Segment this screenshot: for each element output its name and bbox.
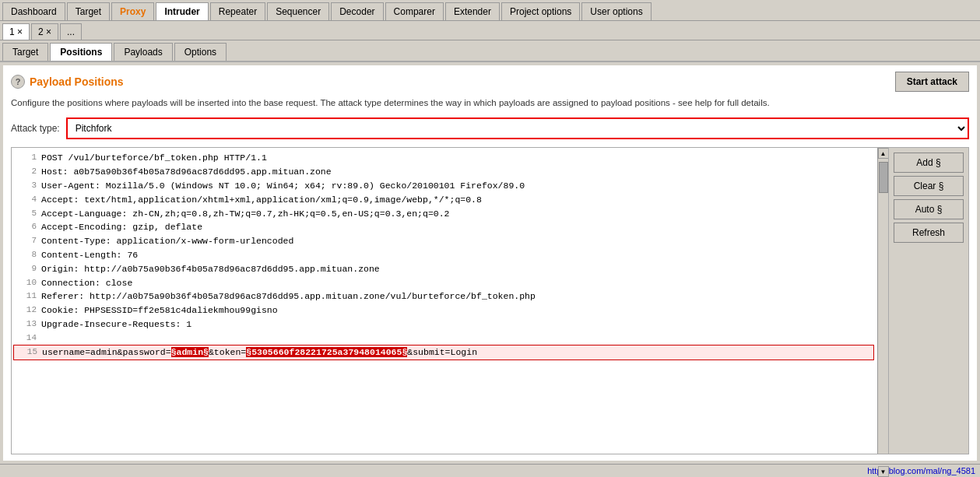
code-line-4: 4Accept: text/html,application/xhtml+xml… [12, 193, 877, 207]
tab-target[interactable]: Target [67, 2, 110, 20]
top-nav: Dashboard Target Proxy Intruder Repeater… [0, 0, 980, 21]
line-number: 13 [15, 317, 37, 331]
code-line-7: 7Content-Type: application/x-www-form-ur… [12, 234, 877, 248]
line-number: 15 [16, 345, 37, 359]
page-title: Payload Positions [30, 75, 124, 88]
auto-section-button[interactable]: Auto § [894, 199, 964, 219]
line-content: Host: a0b75a90b36f4b05a78d96ac87d6dd95.a… [41, 165, 874, 179]
tab-proxy[interactable]: Proxy [111, 2, 154, 20]
clear-section-button[interactable]: Clear § [894, 176, 964, 196]
tab-extender[interactable]: Extender [445, 2, 500, 20]
tab-payloads[interactable]: Payloads [114, 43, 172, 61]
line-number: 5 [15, 207, 37, 220]
line-number: 1 [15, 151, 37, 164]
tab-project-options[interactable]: Project options [501, 2, 580, 20]
sub-tab-more[interactable]: ... [60, 23, 82, 40]
code-line-15: 15username=admin&password=§admin§&token=… [13, 345, 874, 360]
line-content: Content-Length: 76 [41, 248, 874, 262]
description-text: Configure the positions where payloads w… [11, 96, 969, 110]
sub-tab-1[interactable]: 1 × [2, 23, 30, 40]
code-scroll-area: 1POST /vul/burteforce/bf_token.php HTTP/… [12, 148, 877, 454]
sub-tab-row: 1 × 2 × ... [0, 21, 980, 40]
scrollbar-thumb[interactable] [879, 162, 888, 193]
attack-type-row: Attack type: Sniper Battering ram Pitchf… [11, 117, 969, 139]
payload-positions-header: ? Payload Positions Start attack [11, 72, 969, 92]
tab-repeater[interactable]: Repeater [210, 2, 265, 20]
tab-user-options[interactable]: User options [581, 2, 651, 20]
scroll-up-arrow[interactable]: ▲ [878, 148, 889, 159]
tab-comparer[interactable]: Comparer [385, 2, 444, 20]
line-number: 7 [15, 234, 37, 247]
code-line-2: 2Host: a0b75a90b36f4b05a78d96ac87d6dd95.… [12, 165, 877, 179]
line-content: Connection: close [41, 276, 874, 290]
attack-type-select[interactable]: Sniper Battering ram Pitchfork Cluster b… [68, 121, 968, 136]
code-line-3: 3User-Agent: Mozilla/5.0 (Windows NT 10.… [12, 179, 877, 193]
line-content: Origin: http://a0b75a90b36f4b05a78d96ac8… [41, 262, 874, 276]
tab-target-section[interactable]: Target [2, 43, 48, 61]
help-icon[interactable]: ? [11, 75, 25, 89]
code-line-13: 13Upgrade-Insecure-Requests: 1 [12, 317, 877, 331]
line-number: 8 [15, 248, 37, 261]
content-area: ? Payload Positions Start attack Configu… [0, 62, 980, 464]
section-tabs: Target Positions Payloads Options [0, 40, 980, 62]
tab-sequencer[interactable]: Sequencer [267, 2, 329, 20]
tab-options[interactable]: Options [174, 43, 227, 61]
line-number: 2 [15, 165, 37, 178]
code-line-9: 9Origin: http://a0b75a90b36f4b05a78d96ac… [12, 262, 877, 276]
line-number: 4 [15, 193, 37, 206]
line-content: POST /vul/burteforce/bf_token.php HTTP/1… [41, 151, 874, 165]
code-line-1: 1POST /vul/burteforce/bf_token.php HTTP/… [12, 151, 877, 165]
line-content: Content-Type: application/x-www-form-url… [41, 234, 874, 248]
code-line-5: 5Accept-Language: zh-CN,zh;q=0.8,zh-TW;q… [12, 207, 877, 221]
code-line-8: 8Content-Length: 76 [12, 248, 877, 262]
line-content: Cookie: PHPSESSID=ff2e581c4daliekmhou99g… [41, 303, 874, 317]
code-line-14: 14 [12, 331, 877, 345]
status-bar: http://blog.com/mal/ng_4581 [0, 464, 980, 477]
line-content: Upgrade-Insecure-Requests: 1 [41, 317, 874, 331]
line-number: 9 [15, 262, 37, 275]
code-area[interactable]: 1POST /vul/burteforce/bf_token.php HTTP/… [12, 148, 877, 381]
line-number: 14 [15, 331, 37, 345]
line-content: Accept-Encoding: gzip, deflate [41, 220, 874, 234]
inner-content: ? Payload Positions Start attack Configu… [3, 65, 977, 461]
line-number: 6 [15, 220, 37, 233]
line-number: 12 [15, 303, 37, 317]
start-attack-button[interactable]: Start attack [895, 72, 969, 92]
attack-type-box: Sniper Battering ram Pitchfork Cluster b… [66, 117, 969, 139]
line-number: 10 [15, 276, 37, 289]
editor-container: 1POST /vul/burteforce/bf_token.php HTTP/… [11, 147, 969, 454]
code-line-10: 10Connection: close [12, 276, 877, 290]
sub-tab-2[interactable]: 2 × [31, 23, 58, 40]
add-section-button[interactable]: Add § [894, 153, 964, 173]
line-number: 3 [15, 179, 37, 192]
tab-positions[interactable]: Positions [50, 43, 112, 61]
code-line-6: 6Accept-Encoding: gzip, deflate [12, 220, 877, 234]
tab-dashboard[interactable]: Dashboard [2, 2, 65, 20]
line-content: Referer: http://a0b75a90b36f4b05a78d96ac… [41, 289, 874, 303]
tab-decoder[interactable]: Decoder [331, 2, 383, 20]
line-number: 11 [15, 289, 37, 303]
right-panel: Add § Clear § Auto § Refresh [888, 148, 968, 454]
code-line-12: 12Cookie: PHPSESSID=ff2e581c4daliekmhou9… [12, 303, 877, 317]
line-content: Accept: text/html,application/xhtml+xml,… [41, 193, 874, 207]
line-content: User-Agent: Mozilla/5.0 (Windows NT 10.0… [41, 179, 874, 193]
line-content: Accept-Language: zh-CN,zh;q=0.8,zh-TW;q=… [41, 207, 874, 221]
tab-intruder[interactable]: Intruder [156, 2, 208, 20]
attack-type-label: Attack type: [11, 123, 60, 134]
vertical-scrollbar[interactable]: ▲ ▼ [877, 148, 888, 454]
code-line-11: 11Referer: http://a0b75a90b36f4b05a78d96… [12, 289, 877, 303]
line-content: username=admin&password=§admin§&token=§5… [42, 345, 870, 360]
refresh-button[interactable]: Refresh [894, 223, 964, 243]
